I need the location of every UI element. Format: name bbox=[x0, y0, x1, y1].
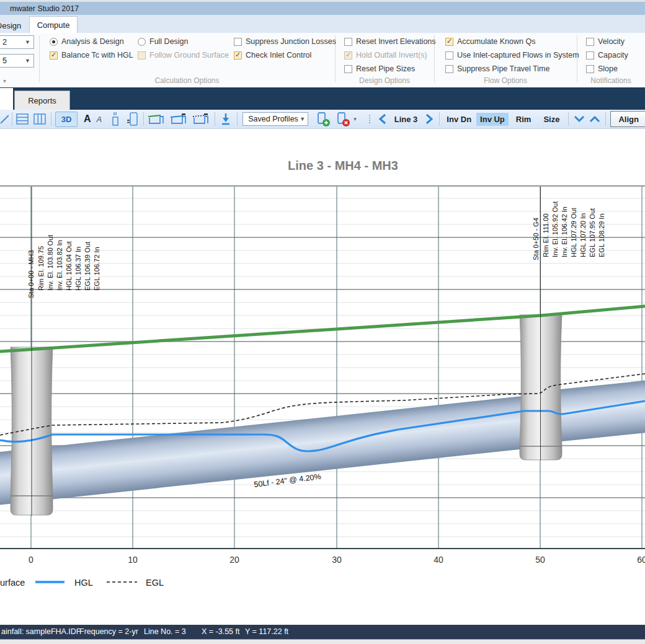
x-tick: 10 bbox=[128, 555, 138, 565]
annotation-line: EGL 108.29 In bbox=[598, 213, 605, 257]
rim-button[interactable]: Rim bbox=[512, 113, 535, 126]
status-bar: ainfall: sampleFHA.IDF Frequency = 2-yr … bbox=[0, 625, 645, 639]
checkbox-icon bbox=[234, 51, 242, 60]
profile-ground-icon[interactable] bbox=[148, 112, 165, 126]
chevron-down-icon: ▼ bbox=[25, 58, 30, 64]
partial-line-tool-icon[interactable] bbox=[0, 113, 9, 125]
station-name: Sta 0+00 - MH3 bbox=[27, 250, 35, 298]
radio-analysis-design[interactable]: Analysis & Design bbox=[50, 37, 124, 46]
status-frequency: Frequency = 2-yr bbox=[79, 627, 138, 636]
grid-rows-icon[interactable] bbox=[16, 113, 29, 125]
size-button[interactable]: Size bbox=[540, 113, 563, 126]
document-tab-band: Reports bbox=[0, 87, 645, 110]
checkbox-reset-invert-elevations[interactable]: Reset Invert Elevations bbox=[344, 37, 436, 46]
annotation-line: Inv. El. 103.82 In bbox=[56, 240, 63, 291]
status-x-coordinate: X = -3.55 ft bbox=[202, 627, 240, 636]
legend-egl-label: EGL bbox=[146, 578, 164, 588]
annotation-line: Inv. El. 106.42 In bbox=[561, 206, 568, 257]
radio-icon bbox=[50, 38, 58, 46]
font-large-button[interactable]: A bbox=[84, 113, 91, 125]
saved-profiles-dropdown[interactable]: Saved Profiles ▼ bbox=[242, 112, 308, 126]
inv-dn-button[interactable]: Inv Dn bbox=[443, 113, 475, 126]
radio-analysis-design-label: Analysis & Design bbox=[61, 37, 124, 46]
checkbox-icon bbox=[344, 51, 352, 60]
group-launcher-icon[interactable]: ▾ bbox=[3, 77, 6, 84]
checkbox-reset-pipe-sizes[interactable]: Reset Pipe Sizes bbox=[344, 64, 415, 74]
group-separator bbox=[39, 35, 40, 82]
radio-full-design[interactable]: Full Design bbox=[138, 37, 189, 46]
checkbox-label: Suppress Junction Losses bbox=[246, 37, 336, 46]
checkbox-accumulate-known-qs[interactable]: Accumulate Known Qs bbox=[445, 37, 535, 46]
current-line-label: Line 3 bbox=[394, 115, 418, 124]
chart-legend: urface HGL EGL bbox=[0, 578, 164, 588]
annotation-mh3: Sta 0+00 - MH3 Rim El. 109.75 Inv. El. 1… bbox=[27, 235, 100, 298]
x-tick: 30 bbox=[332, 555, 342, 565]
profile-hgl-icon[interactable] bbox=[170, 112, 187, 126]
profile-chart[interactable]: Line 3 - MH4 - MH3 bbox=[0, 129, 645, 625]
checkbox-icon bbox=[586, 38, 594, 46]
download-profile-icon[interactable] bbox=[220, 112, 231, 126]
align-button[interactable]: Align bbox=[610, 111, 645, 127]
legend-hgl-label: HGL bbox=[74, 578, 93, 588]
x-tick: 60 bbox=[637, 555, 645, 565]
profile-toolbar: 3D A A Saved Profiles ▼ bbox=[0, 110, 645, 129]
inv-up-button[interactable]: Inv Up bbox=[476, 113, 509, 126]
3d-view-button[interactable]: 3D bbox=[55, 112, 78, 127]
add-profile-icon[interactable] bbox=[316, 112, 331, 127]
doc-tab-active-partial[interactable] bbox=[0, 88, 13, 110]
left-combo-1[interactable]: 2 ▼ bbox=[0, 35, 34, 49]
chart-title: Line 3 - MH4 - MH3 bbox=[288, 159, 398, 172]
toolbar-separator bbox=[439, 112, 440, 126]
manhole-dashes-icon[interactable] bbox=[127, 112, 139, 126]
group-label-flow-options: Flow Options bbox=[434, 76, 577, 85]
toolbar-separator bbox=[237, 112, 238, 126]
checkbox-icon bbox=[445, 65, 453, 73]
title-bar: mwater Studio 2017 bbox=[0, 2, 645, 15]
checkbox-slope[interactable]: Slope bbox=[586, 64, 618, 74]
checkbox-follow-ground-surface: Follow Ground Surface bbox=[138, 50, 229, 60]
combo-1-value: 2 bbox=[2, 38, 7, 46]
ribbon-tab-row: Design Compute bbox=[0, 15, 645, 33]
checkbox-use-inlet-captured-flows[interactable]: Use Inlet-captured Flows in System bbox=[445, 50, 579, 60]
checkbox-label: Reset Pipe Sizes bbox=[356, 64, 415, 73]
legend-ground-label: urface bbox=[0, 578, 25, 588]
shift-up-button[interactable] bbox=[589, 115, 600, 123]
checkbox-label: Capacity bbox=[598, 51, 628, 60]
annotation-line: Rim El. 109.75 bbox=[37, 246, 45, 291]
shift-down-button[interactable] bbox=[574, 115, 585, 123]
checkbox-icon bbox=[586, 65, 594, 73]
manhole-ticks-icon[interactable] bbox=[110, 112, 120, 126]
toolbar-grip[interactable] bbox=[369, 115, 370, 123]
annotation-line: Rim El. 111.00 bbox=[542, 213, 549, 257]
checkbox-balance-tc-with-hgl[interactable]: Balance Tc with HGL bbox=[50, 50, 133, 60]
checkbox-label: Hold Outfall Invert(s) bbox=[356, 51, 427, 60]
left-combo-2[interactable]: 5 ▼ bbox=[0, 54, 34, 68]
checkbox-velocity[interactable]: Velocity bbox=[586, 37, 625, 46]
manhole-g4 bbox=[520, 315, 562, 460]
checkbox-icon bbox=[138, 51, 146, 60]
toolbar-overflow-icon[interactable]: ▾ bbox=[354, 116, 357, 122]
checkbox-suppress-junction-losses[interactable]: Suppress Junction Losses bbox=[234, 37, 336, 46]
delete-profile-icon[interactable] bbox=[336, 112, 350, 127]
tab-design[interactable]: Design bbox=[0, 18, 30, 33]
checkbox-suppress-pipe-travel-time[interactable]: Suppress Pipe Travel Time bbox=[445, 64, 549, 74]
profile-egl-icon[interactable] bbox=[192, 112, 210, 126]
previous-line-button[interactable] bbox=[378, 113, 387, 125]
x-tick-labels: 0 10 20 30 40 50 60 bbox=[29, 555, 645, 565]
grid-columns-icon[interactable] bbox=[33, 113, 46, 125]
checkbox-icon bbox=[344, 65, 352, 73]
checkbox-icon bbox=[50, 51, 58, 60]
status-y-coordinate: Y = 117.22 ft bbox=[245, 627, 288, 636]
annotation-line: EGL 106.39 Out bbox=[84, 242, 91, 291]
status-line-no: Line No. = 3 bbox=[144, 627, 186, 636]
toolbar-separator bbox=[568, 112, 569, 126]
checkbox-label: Slope bbox=[598, 64, 618, 73]
checkbox-check-inlet-control[interactable]: Check Inlet Control bbox=[234, 50, 311, 60]
ribbon-compute: 2 ▼ 5 ▼ ▾ Analysis & Design Full Design … bbox=[0, 33, 645, 88]
checkbox-capacity[interactable]: Capacity bbox=[586, 50, 628, 60]
checkbox-label: Accumulate Known Qs bbox=[457, 37, 535, 46]
tab-reports[interactable]: Reports bbox=[14, 90, 70, 110]
next-line-button[interactable] bbox=[425, 113, 434, 125]
font-small-button[interactable]: A bbox=[97, 115, 102, 124]
tab-compute[interactable]: Compute bbox=[29, 16, 78, 33]
